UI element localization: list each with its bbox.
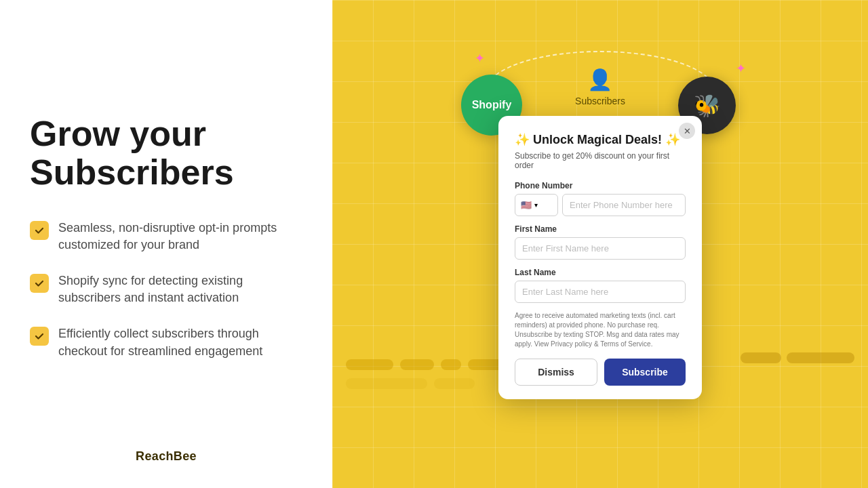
modal-buttons: Dismiss Subscribe [515,359,686,386]
feature-item-3: Efficiently collect subscribers through … [30,325,298,359]
last-name-input[interactable] [515,281,686,303]
last-name-label: Last Name [515,268,686,277]
phone-row: 🇺🇸 ▾ [515,194,686,216]
feature-text-2: Shopify sync for detecting existing subs… [58,272,298,306]
feature-item-2: Shopify sync for detecting existing subs… [30,272,298,306]
dismiss-button[interactable]: Dismiss [515,359,597,386]
disclaimer-text: Agree to receive automated marketing tex… [515,311,686,349]
subscribe-button[interactable]: Subscribe [604,359,686,386]
last-name-group: Last Name [515,268,686,303]
check-icon-1 [30,221,49,240]
check-icon-2 [30,274,49,293]
first-name-group: First Name [515,224,686,260]
main-heading: Grow your Subscribers [30,115,298,192]
country-selector[interactable]: 🇺🇸 ▾ [515,194,558,216]
chevron-down-icon: ▾ [534,201,538,209]
modal-overlay: ✕ ✨ Unlock Magical Deals! ✨ Subscribe to… [332,0,868,488]
phone-label: Phone Number [515,181,686,190]
feature-text-3: Efficiently collect subscribers through … [58,325,298,359]
first-name-label: First Name [515,224,686,234]
phone-input[interactable] [562,194,686,216]
check-icon-3 [30,327,49,346]
modal-close-button[interactable]: ✕ [679,123,695,139]
modal-dialog: ✕ ✨ Unlock Magical Deals! ✨ Subscribe to… [498,116,702,399]
feature-item-1: Seamless, non-disruptive opt-in prompts … [30,220,298,253]
feature-text-1: Seamless, non-disruptive opt-in prompts … [58,220,298,253]
modal-subtitle: Subscribe to get 20% discount on your fi… [515,151,686,170]
close-icon: ✕ [684,126,691,136]
first-name-input[interactable] [515,237,686,260]
left-panel: Grow your Subscribers Seamless, non-disr… [0,0,332,488]
phone-group: Phone Number 🇺🇸 ▾ [515,181,686,216]
feature-list: Seamless, non-disruptive opt-in prompts … [30,220,298,360]
brand-name: ReachBee [136,449,197,464]
flag-icon: 🇺🇸 [521,200,532,210]
modal-title: ✨ Unlock Magical Deals! ✨ [515,132,686,148]
right-panel: Shopify 👤 Subscribers 🐝 ✦ ✦ ✦ [332,0,868,488]
